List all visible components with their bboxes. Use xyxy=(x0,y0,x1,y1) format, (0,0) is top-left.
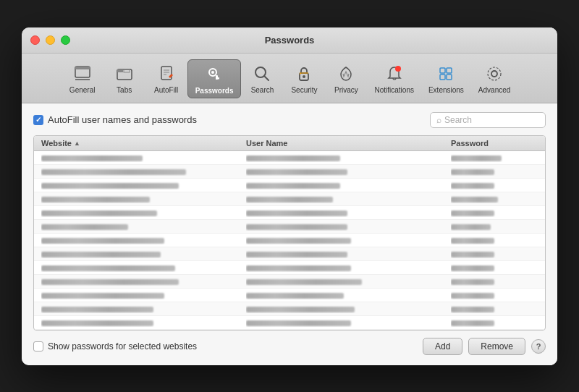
table-row[interactable] xyxy=(34,206,545,220)
password-cell xyxy=(451,318,538,327)
window-title: Passwords xyxy=(265,35,315,46)
toolbar-item-autofill[interactable]: AutoFill xyxy=(145,59,187,98)
toolbar-item-advanced[interactable]: Advanced xyxy=(471,59,517,98)
username-cell xyxy=(246,195,451,203)
notifications-icon xyxy=(383,62,406,85)
svg-rect-23 xyxy=(440,74,445,80)
autofill-icon xyxy=(155,62,178,85)
search-box[interactable]: ⌕ xyxy=(430,112,546,128)
toolbar-item-tabs[interactable]: Tabs xyxy=(103,59,145,98)
table-row[interactable] xyxy=(34,151,545,165)
show-passwords-row: Show passwords for selected websites xyxy=(33,341,197,351)
svg-rect-21 xyxy=(440,68,445,73)
svg-line-15 xyxy=(264,76,269,80)
password-cell xyxy=(451,181,538,189)
password-cell xyxy=(451,167,538,176)
password-cell xyxy=(451,291,538,299)
search-label: Search xyxy=(251,86,274,94)
username-cell xyxy=(246,181,451,189)
minimize-button[interactable] xyxy=(46,35,55,45)
general-label: General xyxy=(69,86,96,94)
username-cell xyxy=(246,222,451,231)
title-bar: Passwords xyxy=(22,27,557,54)
main-window: Passwords General Tabs xyxy=(22,27,557,365)
table-row[interactable] xyxy=(34,165,545,179)
general-icon xyxy=(71,62,94,85)
svg-point-25 xyxy=(491,71,497,77)
advanced-icon xyxy=(483,62,506,85)
svg-rect-1 xyxy=(75,67,90,69)
table-row[interactable] xyxy=(34,192,545,206)
search-icon-small: ⌕ xyxy=(436,115,441,125)
search-icon xyxy=(250,62,274,85)
table-row[interactable] xyxy=(34,275,545,289)
table-header: Website ▲ User Name Password xyxy=(34,136,545,151)
table-row[interactable] xyxy=(34,234,545,247)
password-header: Password xyxy=(451,139,538,148)
autofill-checkbox[interactable]: ✓ xyxy=(33,115,43,125)
autofill-label: AutoFill xyxy=(154,86,178,94)
show-passwords-label: Show passwords for selected websites xyxy=(48,341,197,351)
table-row[interactable] xyxy=(34,247,545,261)
website-cell xyxy=(41,181,246,189)
table-row[interactable] xyxy=(34,261,545,275)
password-cell xyxy=(451,236,538,244)
table-row[interactable] xyxy=(34,289,545,302)
toolbar-item-notifications[interactable]: Notifications xyxy=(367,59,420,98)
show-passwords-checkbox[interactable] xyxy=(33,341,43,351)
svg-point-17 xyxy=(303,75,305,78)
help-button[interactable]: ? xyxy=(531,339,546,354)
toolbar-item-search[interactable]: Search xyxy=(241,59,283,98)
website-cell xyxy=(41,167,246,176)
website-cell xyxy=(41,263,246,272)
password-cell xyxy=(451,250,538,258)
add-button[interactable]: Add xyxy=(423,338,462,355)
autofill-label-text: AutoFill user names and passwords xyxy=(48,114,197,125)
username-cell xyxy=(246,208,451,217)
table-row[interactable] xyxy=(34,316,545,330)
svg-rect-22 xyxy=(447,68,452,73)
website-cell xyxy=(41,195,246,203)
website-cell xyxy=(41,250,246,258)
table-row[interactable] xyxy=(34,179,545,192)
table-row[interactable] xyxy=(34,220,545,234)
website-cell xyxy=(41,291,246,299)
toolbar-item-extensions[interactable]: Extensions xyxy=(421,59,471,98)
search-input[interactable] xyxy=(444,115,539,125)
username-cell xyxy=(246,167,451,176)
toolbar-item-privacy[interactable]: Privacy xyxy=(325,59,367,98)
close-button[interactable] xyxy=(30,35,40,45)
security-label: Security xyxy=(291,86,317,94)
bottom-bar: Show passwords for selected websites Add… xyxy=(33,331,546,357)
password-cell xyxy=(451,277,538,286)
password-cell xyxy=(451,153,538,162)
website-cell xyxy=(41,208,246,217)
toolbar-item-general[interactable]: General xyxy=(62,59,103,98)
svg-point-13 xyxy=(211,71,214,74)
svg-rect-12 xyxy=(216,77,219,80)
toolbar-item-passwords[interactable]: Passwords xyxy=(187,59,242,98)
username-cell xyxy=(246,277,451,286)
username-cell xyxy=(246,263,451,272)
security-icon xyxy=(292,62,316,85)
privacy-label: Privacy xyxy=(334,86,358,94)
toolbar: General Tabs Aut xyxy=(22,54,557,103)
username-cell xyxy=(246,236,451,244)
website-cell xyxy=(41,153,246,162)
password-cell xyxy=(451,195,538,203)
remove-button[interactable]: Remove xyxy=(468,338,525,355)
password-cell xyxy=(451,222,538,231)
username-cell xyxy=(246,304,451,313)
passwords-label: Passwords xyxy=(195,87,234,95)
tabs-label: Tabs xyxy=(117,86,132,94)
autofill-checkbox-row: ✓ AutoFill user names and passwords xyxy=(33,114,197,125)
advanced-label: Advanced xyxy=(478,86,510,94)
table-row[interactable] xyxy=(34,302,545,316)
website-header: Website ▲ xyxy=(41,139,246,148)
maximize-button[interactable] xyxy=(61,35,70,45)
extensions-label: Extensions xyxy=(428,86,464,94)
password-cell xyxy=(451,304,538,313)
privacy-icon xyxy=(334,62,358,85)
top-bar: ✓ AutoFill user names and passwords ⌕ xyxy=(33,112,546,128)
toolbar-item-security[interactable]: Security xyxy=(283,59,325,98)
